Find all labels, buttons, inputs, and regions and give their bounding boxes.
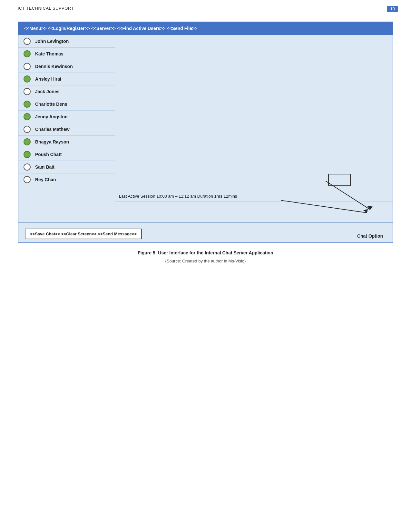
user-row[interactable]: Rey Chan: [18, 173, 115, 186]
user-name-label: Kate Thomas: [35, 51, 64, 56]
main-content: John LevingtonKate ThomasDennis Kewinson…: [18, 35, 393, 222]
chat-small-box: [328, 174, 351, 186]
status-indicator: [24, 88, 31, 95]
page-header: ICT TECHNICAL SUPPORT 13: [0, 0, 411, 12]
status-indicator: [24, 163, 31, 171]
user-row[interactable]: John Levington: [18, 35, 115, 48]
user-name-label: Sam Bait: [35, 164, 54, 170]
svg-line-2: [281, 200, 367, 213]
status-indicator: [24, 176, 31, 183]
status-indicator: [24, 113, 31, 120]
figure-source: (Source: Created by the author in Ms-Vis…: [0, 259, 411, 263]
user-name-label: Jenny Angston: [35, 114, 68, 119]
header-title: ICT TECHNICAL SUPPORT: [18, 6, 74, 11]
page-number: 13: [387, 6, 398, 12]
chat-option-label: Chat Option: [357, 233, 383, 239]
chat-options-box[interactable]: <<Save Chat>> <<Clear Screen>> <<Send Me…: [25, 229, 142, 239]
user-name-label: Poush Chatt: [35, 152, 62, 157]
user-row[interactable]: Charles Mathew: [18, 123, 115, 136]
diagram-wrapper: <<Menu>> <<Login/Register>> <<Server>> <…: [18, 22, 393, 243]
user-name-label: Charles Mathew: [35, 127, 70, 132]
user-name-label: Jack Jones: [35, 89, 60, 94]
user-name-label: Rey Chan: [35, 177, 56, 182]
figure-caption: Figure 5: User Interface for the Interna…: [0, 250, 411, 255]
menu-bar[interactable]: <<Menu>> <<Login/Register>> <<Server>> <…: [18, 22, 393, 35]
user-row[interactable]: Jenny Angston: [18, 111, 115, 123]
status-indicator: [24, 138, 31, 145]
chat-options-text: <<Save Chat>> <<Clear Screen>> <<Send Me…: [30, 232, 137, 236]
user-row[interactable]: Kate Thomas: [18, 48, 115, 60]
chat-panel: Last Active Session 10:00 am – 11:12 am …: [115, 35, 393, 222]
status-indicator: [24, 50, 31, 57]
svg-marker-1: [367, 206, 373, 210]
user-row[interactable]: Jack Jones: [18, 85, 115, 98]
user-name-label: Charlotte Dens: [35, 102, 67, 107]
user-row[interactable]: Charlotte Dens: [18, 98, 115, 111]
user-name-label: Ahsley Hirai: [35, 76, 61, 82]
status-indicator: [24, 126, 31, 133]
user-row[interactable]: Dennis Kewinson: [18, 60, 115, 73]
status-indicator: [24, 38, 31, 45]
user-name-label: John Levington: [35, 39, 69, 44]
session-info-row: Last Active Session 10:00 am – 11:12 am …: [115, 191, 393, 202]
user-name-label: Dennis Kewinson: [35, 64, 73, 69]
menu-bar-text: <<Menu>> <<Login/Register>> <<Server>> <…: [24, 26, 197, 31]
svg-marker-3: [363, 209, 368, 213]
status-indicator: [24, 63, 31, 70]
session-info-text: Last Active Session 10:00 am – 11:12 am …: [119, 194, 237, 199]
user-row[interactable]: Bhagya Rayson: [18, 136, 115, 148]
status-indicator: [24, 75, 31, 83]
user-row[interactable]: Sam Bait: [18, 161, 115, 173]
user-list-panel: John LevingtonKate ThomasDennis Kewinson…: [18, 35, 115, 222]
user-name-label: Bhagya Rayson: [35, 139, 69, 144]
user-row[interactable]: Poush Chatt: [18, 148, 115, 161]
status-indicator: [24, 101, 31, 108]
status-indicator: [24, 151, 31, 158]
bottom-bar: <<Save Chat>> <<Clear Screen>> <<Send Me…: [18, 222, 393, 242]
user-row[interactable]: Ahsley Hirai: [18, 73, 115, 85]
